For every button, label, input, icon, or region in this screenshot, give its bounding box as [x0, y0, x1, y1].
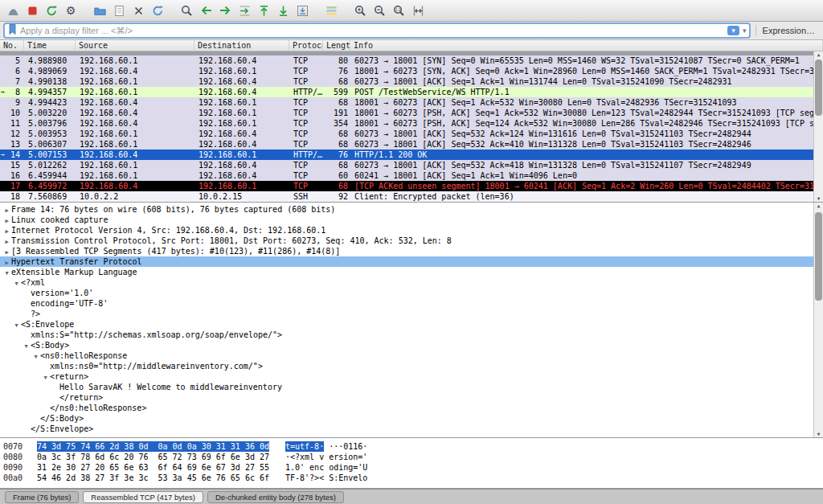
go-first-packet-icon[interactable]	[254, 2, 273, 19]
filter-bookmark-icon[interactable]	[7, 23, 18, 39]
close-file-icon[interactable]	[129, 2, 148, 19]
disclosure-triangle-icon[interactable]: ▶	[2, 258, 11, 267]
packet-row[interactable]: 6 4.989069 192.168.60.4 192.168.60.1 TCP…	[0, 66, 813, 76]
scroll-up-arrow-icon[interactable]: ▲	[814, 203, 823, 209]
detail-line[interactable]: ▼<S:Envelope	[0, 319, 823, 330]
hex-row[interactable]: 0090 31 2e 30 27 20 65 6e 63 6f 64 69 6e…	[3, 462, 823, 473]
reload-file-icon[interactable]	[148, 2, 167, 19]
disclosure-triangle-icon[interactable]: ▶	[2, 237, 11, 246]
scrollbar-thumb[interactable]	[815, 212, 822, 301]
packet-row[interactable]: 16 6.459944 192.168.60.1 192.168.60.4 TC…	[0, 170, 813, 181]
column-header[interactable]: No.	[0, 40, 24, 51]
detail-line[interactable]: </ns0:helloResponse>	[0, 403, 823, 413]
disclosure-triangle-icon[interactable]: ▶	[2, 216, 11, 225]
hex-ascii[interactable]: ·<?xml version='	[285, 452, 367, 462]
detail-line[interactable]: version='1.0'	[0, 288, 823, 298]
packet-row[interactable]: 17 6.459972 192.168.60.4 192.168.60.1 TC…	[0, 181, 813, 191]
restart-capture-icon[interactable]	[42, 2, 61, 19]
packet-row[interactable]: 11 5.003796 192.168.60.4 192.168.60.1 TC…	[0, 118, 813, 129]
column-header[interactable]: Length	[323, 40, 350, 51]
detail-line[interactable]: ▼<return>	[0, 371, 823, 382]
byte-view-tab[interactable]: De-chunked entity body (278 bytes)	[207, 491, 344, 503]
scroll-up-arrow-icon[interactable]: ▲	[814, 51, 823, 58]
detail-line[interactable]: Hello SaravAK ! Welcome to middlewareinv…	[0, 382, 823, 392]
detail-line[interactable]: ▼<?xml	[0, 277, 823, 288]
column-header[interactable]: Info	[350, 40, 823, 51]
detail-line[interactable]: ▶Internet Protocol Version 4, Src: 192.1…	[0, 225, 823, 236]
scroll-down-arrow-icon[interactable]: ▼	[814, 195, 823, 202]
packet-row[interactable]: 15 5.012262 192.168.60.1 192.168.60.4 TC…	[0, 160, 813, 170]
column-header[interactable]: Protocol	[289, 40, 323, 51]
scroll-down-arrow-icon[interactable]: ▼	[814, 431, 823, 437]
details-scrollbar[interactable]: ▲ ▼	[813, 203, 823, 437]
hex-row[interactable]: 0080 0a 3c 3f 78 6d 6c 20 76 65 72 73 69…	[3, 452, 823, 462]
packet-row[interactable]: 13 5.006307 192.168.60.1 192.168.60.4 TC…	[0, 139, 813, 150]
hex-row[interactable]: 00a0 54 46 2d 38 27 3f 3e 3c 53 3a 45 6e…	[3, 473, 823, 483]
packet-row[interactable]: 9 4.994423 192.168.60.4 192.168.60.1 TCP…	[0, 97, 813, 108]
auto-scroll-icon[interactable]	[293, 2, 312, 19]
packet-row[interactable]: 7 4.990138 192.168.60.1 192.168.60.4 TCP…	[0, 76, 813, 87]
detail-line[interactable]: </S:Envelope>	[0, 424, 823, 434]
detail-line[interactable]: ▼<ns0:helloResponse	[0, 350, 823, 361]
detail-line[interactable]: ▶Transmission Control Protocol, Src Port…	[0, 236, 823, 246]
disclosure-triangle-icon[interactable]: ▼	[12, 279, 21, 288]
packet-row[interactable]: →8 4.994357 192.168.60.1 192.168.60.4 HT…	[0, 87, 813, 97]
display-filter-input[interactable]: Apply a display filter ... <⌘/> ▾ ▾	[3, 23, 751, 39]
save-file-icon[interactable]	[109, 2, 129, 19]
hex-row[interactable]: 0070 74 3d 75 74 66 2d 38 0d 0a 0d 0a 30…	[3, 441, 823, 452]
zoom-in-icon[interactable]	[350, 2, 370, 19]
packet-row[interactable]: 18 7.560869 10.0.2.2 10.0.2.15 SSH 92 Cl…	[0, 191, 813, 202]
disclosure-triangle-icon[interactable]: ▼	[2, 268, 11, 277]
stop-capture-icon[interactable]	[23, 2, 42, 19]
packet-row[interactable]: →14 5.007153 192.168.60.4 192.168.60.1 H…	[0, 150, 813, 160]
filter-apply-button[interactable]: ▾	[727, 26, 739, 35]
detail-line[interactable]: ?>	[0, 309, 823, 319]
disclosure-triangle-icon[interactable]: ▶	[2, 227, 11, 236]
detail-line[interactable]: ▶Linux cooked capture	[0, 215, 823, 225]
column-header[interactable]: Source	[76, 40, 194, 51]
byte-view-tab[interactable]: Reassembled TCP (417 bytes)	[83, 491, 203, 503]
disclosure-triangle-icon[interactable]: ▶	[2, 248, 11, 256]
start-capture-icon[interactable]	[3, 2, 23, 19]
go-to-packet-icon[interactable]	[235, 2, 254, 19]
detail-line[interactable]: xmlns:S="http://schemas.xmlsoap.org/soap…	[0, 330, 823, 340]
column-header[interactable]: Destination	[194, 40, 289, 51]
packet-list-scrollbar[interactable]: ▲ ▼	[813, 51, 823, 202]
filter-history-dropdown[interactable]: ▾	[743, 27, 747, 35]
hex-bytes[interactable]: 54 46 2d 38 27 3f 3e 3c 53 3a 45 6e 76 6…	[37, 473, 269, 483]
detail-line[interactable]: ▼<S:Body>	[0, 340, 823, 350]
go-last-packet-icon[interactable]	[273, 2, 293, 19]
hex-ascii[interactable]: TF-8'?><S:Envelo	[285, 473, 367, 483]
hex-bytes[interactable]: 31 2e 30 27 20 65 6e 63 6f 64 69 6e 67 3…	[37, 462, 269, 473]
disclosure-triangle-icon[interactable]: ▶	[2, 206, 11, 215]
scrollbar-thumb[interactable]	[815, 59, 822, 116]
detail-line[interactable]: encoding='UTF-8'	[0, 298, 823, 309]
find-packet-icon[interactable]	[177, 2, 196, 19]
hex-bytes[interactable]: 74 3d 75 74 66 2d 38 0d 0a 0d 0a 30 31 3…	[37, 441, 269, 452]
detail-line[interactable]: ▶Hypertext Transfer Protocol	[0, 256, 823, 267]
disclosure-triangle-icon[interactable]: ▼	[31, 352, 40, 361]
detail-line[interactable]: ▶[3 Reassembled TCP Segments (417 bytes)…	[0, 246, 823, 256]
detail-line[interactable]: xmlns:ns0="http://middlewareinventory.co…	[0, 361, 823, 371]
packet-row[interactable]: 12 5.003953 192.168.60.1 192.168.60.4 TC…	[0, 129, 813, 139]
zoom-out-icon[interactable]	[370, 2, 389, 19]
hex-bytes[interactable]: 0a 3c 3f 78 6d 6c 20 76 65 72 73 69 6f 6…	[37, 452, 269, 462]
zoom-original-icon[interactable]: 1:1	[389, 2, 408, 19]
disclosure-triangle-icon[interactable]: ▼	[22, 342, 31, 350]
go-forward-icon[interactable]	[215, 2, 235, 19]
expression-button[interactable]: Expression…	[755, 25, 818, 36]
packet-row[interactable]: 5 4.988980 192.168.60.1 192.168.60.4 TCP…	[0, 55, 813, 66]
byte-view-tab[interactable]: Frame (76 bytes)	[5, 491, 79, 503]
resize-columns-icon[interactable]	[408, 2, 428, 19]
capture-options-icon[interactable]: ⚙	[61, 2, 80, 19]
column-header[interactable]: Time	[24, 40, 76, 51]
colorize-packets-icon[interactable]	[321, 2, 341, 19]
detail-line[interactable]: </S:Body>	[0, 413, 823, 424]
disclosure-triangle-icon[interactable]: ▼	[12, 321, 21, 330]
disclosure-triangle-icon[interactable]: ▼	[41, 373, 50, 382]
packet-row[interactable]: 10 5.003220 192.168.60.4 192.168.60.1 TC…	[0, 108, 813, 118]
hex-ascii[interactable]: t=utf-8····0116·	[285, 441, 367, 452]
detail-line[interactable]: ▼eXtensible Markup Language	[0, 267, 823, 277]
hex-ascii[interactable]: 1.0' encoding='U	[285, 462, 367, 473]
go-back-icon[interactable]	[196, 2, 215, 19]
